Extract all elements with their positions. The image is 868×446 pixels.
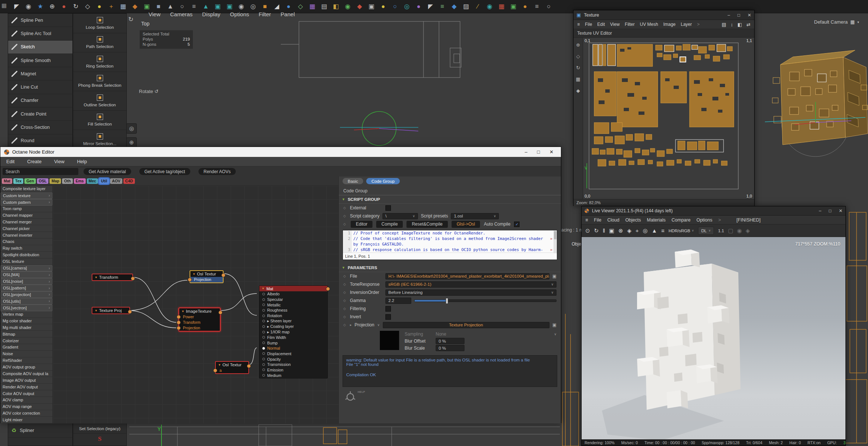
script-group-header[interactable]: ▼ SCRIPT GROUP <box>339 195 561 204</box>
sphere-red-icon[interactable]: ● <box>58 1 69 12</box>
add-icon[interactable]: + <box>636 227 639 234</box>
tool-palette-item[interactable]: Spline Pen <box>8 14 72 27</box>
region-render-icon[interactable]: ▣ <box>609 227 614 234</box>
cube-icon[interactable]: ■ <box>259 1 270 12</box>
material-pin-row[interactable]: Bump <box>259 340 327 346</box>
mograph-icon[interactable]: ▣ <box>508 1 519 12</box>
perspective-viewport-model[interactable] <box>755 30 868 199</box>
sampling-select[interactable]: None <box>436 332 446 337</box>
collapse-arrow-icon[interactable]: ▼ <box>342 198 345 201</box>
magnet-icon[interactable]: ◆ <box>129 1 140 12</box>
node-input-port[interactable] <box>213 368 217 373</box>
spline-icon[interactable]: ◇ <box>295 1 306 12</box>
material-pin-row[interactable]: Metallic <box>259 302 327 308</box>
maximize-button[interactable]: □ <box>537 149 540 155</box>
node-type-item[interactable]: Gradient <box>0 344 52 351</box>
node-input-row[interactable]: Power <box>179 314 220 320</box>
category-tag[interactable]: OSL <box>37 178 49 184</box>
tool-palette-item[interactable]: Sketch <box>8 41 72 54</box>
lock-resolution-icon[interactable]: ◈ <box>627 227 632 234</box>
node-type-item[interactable]: Ray switch <box>0 245 52 252</box>
material-icon[interactable]: ● <box>413 1 424 12</box>
material-pin-row[interactable]: Displacement <box>259 351 327 357</box>
minimize-button[interactable]: – <box>728 13 730 18</box>
texture-menu-item[interactable]: Filter <box>625 22 635 27</box>
texture-menu-item[interactable]: Layer <box>681 22 692 27</box>
octane-logo-icon[interactable]: ★ <box>35 1 46 12</box>
material-pin-row[interactable]: Specular <box>259 297 327 302</box>
live-viewer-menu-item[interactable]: Options <box>697 217 712 223</box>
refresh-side-icon[interactable]: ↻ <box>128 16 133 23</box>
viewport-menu-item[interactable]: View <box>149 11 160 17</box>
rotate-icon[interactable]: ↻ <box>70 1 81 12</box>
tool-palette-item[interactable]: Line Cut <box>8 80 72 94</box>
hdr-srgb-select[interactable]: HDR/sRGB ∨ <box>668 229 694 233</box>
monitor-icon[interactable]: ▣ <box>212 1 223 12</box>
node-editor-menu-item[interactable]: View <box>54 159 64 164</box>
node-type-item[interactable]: Custom texture › <box>0 192 52 199</box>
node-type-item[interactable]: OSL[pattern] › <box>0 285 52 291</box>
file-path-field[interactable]: H:\- IMAGES\Exorbitart\201004_smeared_pl… <box>385 273 549 279</box>
env-icon[interactable]: ◎ <box>401 1 412 12</box>
expand-arrow-icon[interactable]: ▸ <box>350 323 352 327</box>
pause-icon[interactable]: ‖ <box>603 227 605 234</box>
light-icon[interactable]: ● <box>378 1 389 12</box>
volume-icon[interactable]: ▦ <box>496 1 507 12</box>
category-tag[interactable]: Mat <box>2 178 12 184</box>
viewport-menu-item[interactable]: Cameras <box>170 11 193 17</box>
category-tag[interactable]: Map <box>50 178 61 184</box>
select-icon[interactable]: ◤ <box>11 1 22 12</box>
node-editor-menu-item[interactable]: Edit <box>6 159 14 164</box>
viewport-menu-item[interactable]: Panel <box>280 11 295 17</box>
tool-palette-item[interactable]: Round <box>8 134 72 148</box>
node-type-item[interactable]: Composite AOV output la <box>0 371 52 377</box>
coord-icon[interactable]: ▦ <box>118 1 129 12</box>
tool-palette-item[interactable]: ♻ Spliner <box>8 423 72 438</box>
material-pin-row[interactable]: Film Width <box>259 335 327 340</box>
collapse-arrow-icon[interactable]: ▼ <box>342 266 345 270</box>
tag-icon[interactable]: ◤ <box>425 1 436 12</box>
gamma-value-field[interactable]: 2.2 <box>385 298 411 304</box>
tool-palette-item[interactable]: Chamfer <box>8 94 72 107</box>
tool-palette-item[interactable]: Spline Arc Tool <box>8 27 72 40</box>
texture-titlebar[interactable]: ▣ Texture – □ ✕ <box>573 10 754 20</box>
paint-icon[interactable]: ◧ <box>738 22 742 27</box>
node-editor-menu-item[interactable]: Create <box>27 159 41 164</box>
node-type-item[interactable]: AOV map range <box>0 404 52 410</box>
subdiv-icon[interactable]: ▦ <box>307 1 318 12</box>
viewport-menu-item[interactable]: Options <box>230 11 249 17</box>
texture-menu-item[interactable]: Edit <box>597 22 605 27</box>
transform-node[interactable]: ▼Transform <box>92 274 133 281</box>
render-icon[interactable]: ◉ <box>236 1 247 12</box>
blur-scale-field[interactable]: 0 % <box>436 345 464 351</box>
node-input-port[interactable] <box>177 326 181 330</box>
minimize-button[interactable]: – <box>525 149 527 155</box>
image-texture-node[interactable]: ▼ImageTexture Power Transform <box>178 308 221 332</box>
selection-palette-item[interactable]: Fill Selection <box>73 111 126 130</box>
viewport-menu-item[interactable]: Display <box>202 11 220 17</box>
parameters-header[interactable]: ▼ PARAMETERS <box>339 264 561 272</box>
dynamics-icon[interactable]: ● <box>520 1 531 12</box>
node-input-port[interactable] <box>177 315 181 319</box>
boole-icon[interactable]: ◧ <box>330 1 341 12</box>
node-type-item[interactable]: AOV color correction <box>0 410 52 417</box>
script-button[interactable]: Editor <box>351 221 372 228</box>
invert-checkbox[interactable] <box>385 314 391 320</box>
camera-side-icon[interactable]: ◎ <box>126 123 137 134</box>
color-swatch[interactable] <box>379 330 399 350</box>
sky-icon[interactable]: ○ <box>389 1 401 12</box>
pen-icon[interactable]: ◢ <box>271 1 282 12</box>
script-icon[interactable]: ≡ <box>531 1 542 12</box>
pick-material-icon[interactable]: ◎ <box>643 227 647 234</box>
points-icon[interactable]: ○ <box>177 1 188 12</box>
target-side-icon[interactable]: ⊕ <box>126 137 137 148</box>
glsl-osl-button[interactable]: Glsl->Osl <box>452 221 480 228</box>
material-pin-row[interactable]: Roughness <box>259 308 327 313</box>
node-output-port[interactable] <box>128 310 132 314</box>
material-pin-row[interactable]: ▸ 1/IOR map <box>259 329 327 335</box>
node-type-item[interactable]: OSL[camera] › <box>0 265 52 272</box>
close-button[interactable]: ✕ <box>549 149 554 155</box>
set-selection-legacy-button[interactable]: Set Selection (legacy) <box>73 423 126 434</box>
filtering-checkbox[interactable] <box>385 306 391 312</box>
material-pin-row[interactable]: Transmission <box>259 362 327 367</box>
